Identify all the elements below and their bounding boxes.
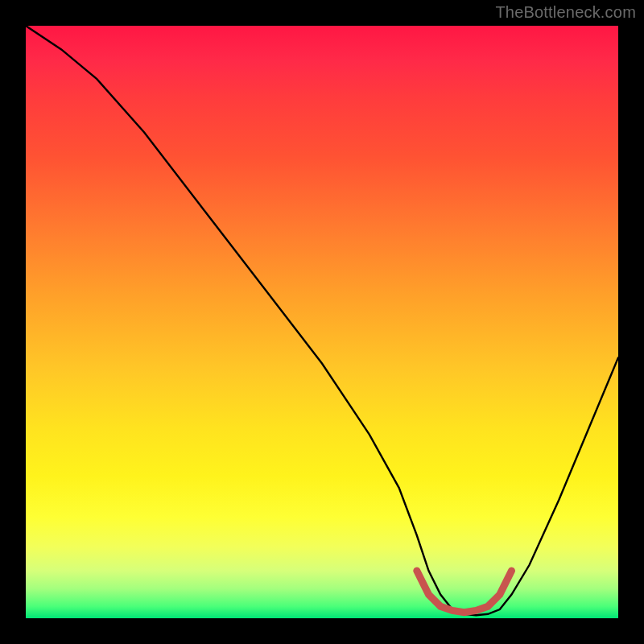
chart-frame: TheBottleneck.com [0,0,644,644]
plot-area [26,26,618,618]
watermark-text: TheBottleneck.com [495,3,636,22]
bottleneck-curve-path [26,26,618,615]
curve-layer [26,26,618,618]
